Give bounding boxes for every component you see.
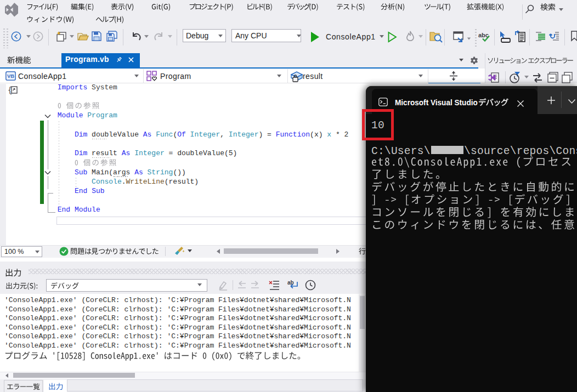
svg-text:abc: abc (478, 32, 489, 38)
svg-text:VB: VB (7, 73, 14, 79)
